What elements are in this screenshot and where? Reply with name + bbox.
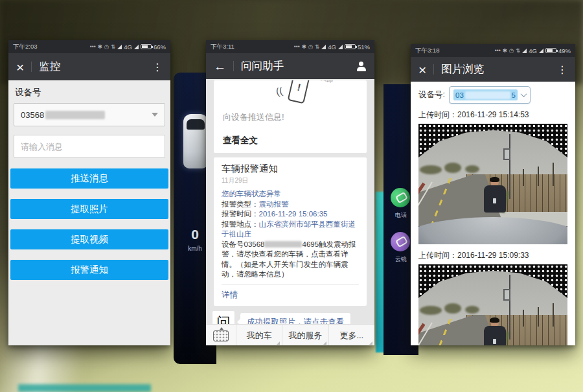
more-dots-icon: ••• — [90, 43, 96, 50]
extract-video-button[interactable]: 提取视频 — [10, 229, 168, 249]
device-number-prefix: 03 — [455, 91, 464, 99]
screenshot-canvas: 0 km/h 电话 云镜 下午2:03 ••• ✱ ◷ ⇅ 4G 66% × — [0, 0, 583, 392]
chevron-down-icon — [521, 91, 527, 97]
photo-sign — [503, 148, 510, 160]
cloud-app-icon — [391, 232, 410, 251]
alarm-clock-icon: ◷ — [104, 43, 109, 50]
menu-my-car[interactable]: 我的车 — [236, 325, 282, 345]
chat-body: (( ! New reply! 向设备推送信息! 查看全文 车辆报警通知 11月… — [206, 80, 374, 345]
signal-icon — [338, 45, 343, 49]
menu-more[interactable]: 更多... — [328, 325, 374, 345]
signal-icon — [134, 45, 139, 49]
app-header: ← 问问助手 — [206, 53, 374, 79]
selected-device-highlight: 03 5 — [453, 89, 518, 100]
device-number-redacted — [45, 111, 105, 119]
push-message-button[interactable]: 推送消息 — [10, 168, 168, 189]
phone-alert-icon: ! — [288, 80, 310, 104]
signal-icon — [522, 49, 527, 53]
device-number-suffix: 5 — [512, 91, 516, 99]
alarm-location-line: 报警地点：山东省滨州市邹平县西董街道于祖山庄 — [222, 220, 359, 240]
header-divider — [31, 62, 32, 72]
image-browser-screen: 下午3:18 ••• ✱ ◷ ⇅ 4G 49% × 图片浏览 ⋮ 设备号: — [411, 44, 575, 345]
network-type: 4G — [529, 47, 537, 54]
battery-percent: 49% — [558, 47, 571, 54]
photo-tree — [444, 303, 461, 314]
new-reply-note: New reply! — [315, 80, 334, 83]
battery-percent: 51% — [358, 43, 370, 51]
menu-my-services[interactable]: 我的服务 — [282, 325, 328, 345]
device-select-row: 设备号: 03 5 — [411, 82, 575, 104]
alarm-clock-icon: ◷ — [308, 43, 313, 50]
keyboard-toggle[interactable] — [206, 325, 236, 345]
device-number-redacted — [465, 91, 510, 99]
battery-fill — [547, 49, 553, 52]
battery-fill — [346, 45, 352, 48]
alarm-clock-icon: ◷ — [509, 47, 514, 54]
push-phone-illustration: (( ! New reply! — [276, 80, 360, 110]
photo-pole — [509, 275, 510, 340]
chevron-down-icon — [152, 113, 158, 117]
push-info-card[interactable]: (( ! New reply! 向设备推送信息! 查看全文 — [214, 80, 367, 153]
status-bar: 下午2:03 ••• ✱ ◷ ⇅ 4G 66% — [8, 40, 170, 53]
device-number-value: 03568 — [21, 110, 44, 120]
background-teal-strip — [18, 384, 151, 392]
close-icon[interactable]: × — [418, 63, 426, 76]
photo-person — [484, 178, 506, 213]
vibrate-icon: ⇅ — [516, 47, 520, 54]
battery-icon — [545, 48, 556, 53]
more-dots-icon: ••• — [495, 47, 501, 54]
car-render-image — [183, 114, 208, 168]
device-number-redacted — [264, 241, 302, 248]
alarm-card-title: 车辆报警通知 — [222, 163, 359, 175]
clock-time: 下午2:03 — [13, 43, 38, 51]
contact-person-icon[interactable] — [356, 62, 367, 71]
vibrate-icon: ⇅ — [315, 43, 319, 50]
photo-tree — [420, 306, 442, 315]
clock-time: 下午3:18 — [415, 47, 440, 55]
page-title: 监控 — [39, 60, 60, 74]
device-number-label: 设备号: — [418, 89, 445, 100]
app-header: × 监控 ⋮ — [8, 53, 170, 80]
alarm-notification-card[interactable]: 车辆报警通知 11月29日 您的车辆状态异常 报警类型：震动报警 报警时间：20… — [214, 157, 367, 306]
back-arrow-icon[interactable]: ← — [214, 60, 226, 73]
battery-fill — [142, 45, 148, 48]
network-type: 4G — [328, 43, 336, 51]
network-type: 4G — [124, 43, 132, 51]
photo-tree — [444, 163, 461, 173]
status-bar: 下午3:18 ••• ✱ ◷ ⇅ 4G 49% — [411, 44, 575, 57]
extract-photo-button[interactable]: 提取照片 — [10, 199, 168, 219]
alarm-card-body: 您的车辆状态异常 报警类型：震动报警 报警时间：2016-11-29 15:06… — [222, 189, 359, 280]
upload-time-row: 上传时间：2016-11-29 15:09:33 — [411, 244, 575, 264]
alarm-notify-button[interactable]: 报警通知 — [10, 260, 168, 280]
device-number-select[interactable]: 03 5 — [449, 86, 531, 104]
dashcam-photo-2[interactable] — [418, 264, 567, 345]
bluetooth-icon: ✱ — [98, 43, 102, 50]
view-full-text-link[interactable]: 查看全文 — [223, 135, 258, 146]
kebab-menu-icon[interactable]: ⋮ — [557, 63, 567, 76]
photo-pole — [509, 134, 510, 199]
message-input[interactable] — [14, 135, 165, 158]
page-title: 问问助手 — [241, 59, 284, 73]
alarm-type-line: 报警类型：震动报警 — [222, 200, 359, 210]
assistant-screen: 下午3:11 ••• ✱ ◷ ⇅ 4G 51% ← 问问助手 (( — [206, 40, 374, 345]
alarm-card-date: 11月29日 — [222, 176, 359, 185]
detail-link[interactable]: 详情 — [222, 290, 359, 302]
signal-icon — [321, 45, 326, 49]
monitor-screen: 下午2:03 ••• ✱ ◷ ⇅ 4G 66% × 监控 ⋮ 设备号 03568 — [8, 40, 170, 345]
app-header: × 图片浏览 ⋮ — [411, 57, 575, 82]
close-icon[interactable]: × — [16, 60, 24, 74]
battery-icon — [141, 44, 152, 49]
kebab-menu-icon[interactable]: ⋮ — [152, 61, 163, 73]
photo-car-hood — [418, 217, 567, 244]
photo-tree — [465, 165, 479, 173]
vibrate-icon: ⇅ — [111, 43, 115, 50]
dashcam-photo-1[interactable] — [418, 124, 567, 244]
photo-sign — [503, 289, 510, 301]
card-divider — [222, 284, 359, 285]
push-card-text: 向设备推送信息! — [223, 111, 284, 123]
phone-app-icon — [391, 188, 410, 207]
device-number-select[interactable]: 03568 — [14, 103, 165, 126]
clock-time: 下午3:11 — [211, 43, 234, 51]
signal-icon — [117, 45, 122, 49]
vehicle-status-line: 您的车辆状态异常 — [222, 189, 359, 200]
